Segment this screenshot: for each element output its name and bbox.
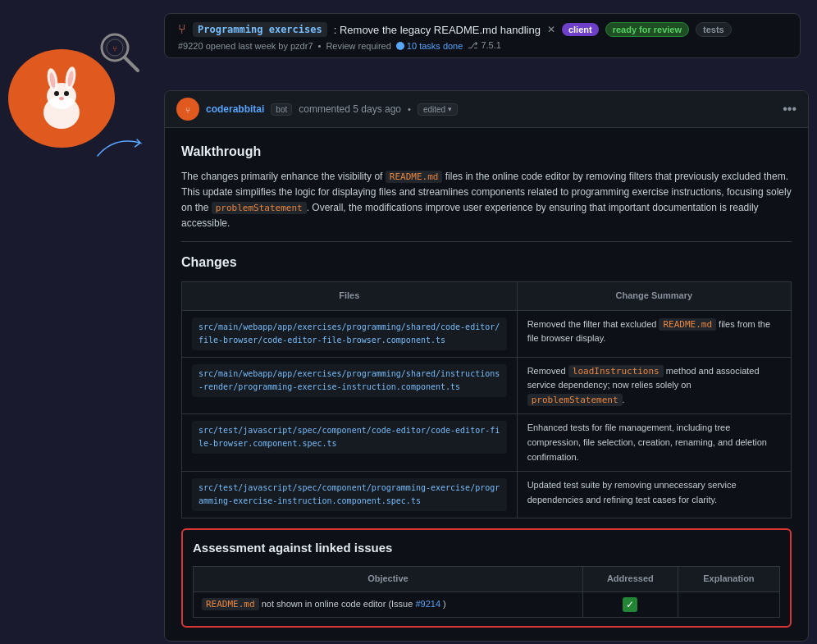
comment-timestamp: commented 5 days ago [299, 103, 401, 115]
table-row: src/test/javascript/spec/component/progr… [182, 472, 792, 518]
objective-close-paren: ) [443, 599, 446, 609]
card-body: Walkthrough The changes primarily enhanc… [165, 128, 808, 641]
addressed-column-header: Addressed [582, 567, 678, 592]
svg-text:⑂: ⑂ [112, 44, 117, 53]
file-path-4: src/test/javascript/spec/component/progr… [192, 478, 507, 511]
assessment-row: README.md not shown in online code edito… [194, 591, 780, 618]
circle-dot-icon [396, 42, 404, 50]
avatar: ⑂ [176, 98, 199, 121]
file-path-cell-4: src/test/javascript/spec/component/progr… [182, 472, 518, 518]
changes-title: Changes [181, 252, 792, 273]
summary-cell-4: Updated test suite by removing unnecessa… [517, 472, 791, 518]
tasks-badge: 10 tasks done [396, 41, 463, 51]
file-path-cell-2: src/main/webapp/app/exercises/programmin… [182, 357, 518, 414]
file-path-2: src/main/webapp/app/exercises/programmin… [192, 364, 507, 397]
table-row: src/main/webapp/app/exercises/programmin… [182, 310, 792, 357]
assessment-section: Assessment against linked issues Objecti… [181, 528, 792, 628]
svg-point-13 [59, 97, 64, 100]
tasks-count: 10 tasks done [407, 41, 463, 51]
version-badge: ⎇ 7.5.1 [468, 40, 501, 51]
table-row: src/test/javascript/spec/component/code-… [182, 414, 792, 472]
decorative-background: ⑂ [0, 0, 180, 230]
svg-text:⑂: ⑂ [185, 106, 190, 115]
bot-tag: bot [271, 103, 292, 116]
readme-objective-inline: README.md [202, 598, 259, 610]
explanation-column-header: Explanation [678, 567, 779, 592]
pr-meta-number: #9220 opened last week by pzdr7 [178, 41, 313, 51]
assessment-addressed-cell: ✓ [582, 591, 678, 618]
edited-label: edited [423, 105, 445, 114]
pr-title: : Remove the legacy README.md handling [334, 24, 541, 36]
svg-line-4 [125, 57, 138, 71]
readme-inline-summary: README.md [659, 318, 716, 331]
problem-statement-inline-code: problemStatement [212, 202, 307, 214]
arrow-icon [94, 130, 160, 162]
review-required: Review required [326, 41, 390, 51]
section-divider-1 [181, 241, 792, 242]
problem-statement-inline-summary: problemStatement [527, 394, 623, 406]
meta-dot: • [408, 104, 411, 114]
table-row: src/main/webapp/app/exercises/programmin… [182, 357, 792, 414]
objective-text: not shown in online code editor (Issue [262, 599, 416, 609]
walkthrough-title: Walkthrough [181, 141, 792, 162]
badge-tests[interactable]: tests [696, 22, 732, 37]
files-column-header: Files [182, 281, 518, 310]
issue-link[interactable]: #9214 [415, 599, 440, 609]
assessment-explanation-cell [678, 591, 779, 618]
close-icon[interactable]: ✕ [547, 24, 555, 35]
pr-header-bar: ⑂ Programming exercises : Remove the leg… [164, 13, 801, 58]
meta-sep1: • [318, 41, 322, 51]
assessment-table: Objective Addressed Explanation README.m… [193, 566, 780, 618]
file-path-cell-3: src/test/javascript/spec/component/code-… [182, 414, 518, 472]
file-path-3: src/test/javascript/spec/component/code-… [192, 421, 507, 454]
load-instructions-inline: loadInstructions [568, 365, 664, 377]
edited-badge[interactable]: edited ▾ [418, 103, 458, 116]
objective-column-header: Objective [194, 567, 583, 592]
summary-cell-1: Removed the filter that excluded README.… [517, 310, 791, 357]
assessment-objective-cell: README.md not shown in online code edito… [194, 591, 583, 618]
summary-column-header: Change Summary [517, 281, 791, 310]
svg-point-12 [64, 91, 69, 96]
svg-point-11 [54, 91, 59, 96]
options-menu-button[interactable]: ••• [783, 102, 796, 116]
card-header: ⑂ coderabbitai bot commented 5 days ago … [165, 91, 808, 128]
repo-name[interactable]: Programming exercises [193, 22, 327, 37]
assessment-title: Assessment against linked issues [193, 538, 780, 558]
card-header-left: ⑂ coderabbitai bot commented 5 days ago … [176, 98, 458, 121]
badge-client[interactable]: client [562, 23, 599, 36]
summary-cell-3: Enhanced tests for file management, incl… [517, 414, 791, 472]
chevron-down-icon: ▾ [448, 105, 452, 113]
walkthrough-text-1: The changes primarily enhance the visibi… [181, 171, 386, 182]
walkthrough-paragraph: The changes primarily enhance the visibi… [181, 169, 792, 232]
changes-table: Files Change Summary src/main/webapp/app… [181, 281, 792, 518]
file-path-1: src/main/webapp/app/exercises/programmin… [192, 317, 507, 350]
badge-ready-for-review[interactable]: ready for review [605, 22, 689, 37]
comment-card: ⑂ coderabbitai bot commented 5 days ago … [164, 90, 809, 642]
summary-cell-2: Removed loadInstructions method and asso… [517, 357, 791, 414]
git-icon: ⑂ [178, 22, 186, 37]
check-icon: ✓ [623, 597, 637, 612]
file-path-cell-1: src/main/webapp/app/exercises/programmin… [182, 310, 518, 357]
readme-inline-code: README.md [386, 171, 443, 183]
author-name[interactable]: coderabbitai [206, 103, 264, 115]
